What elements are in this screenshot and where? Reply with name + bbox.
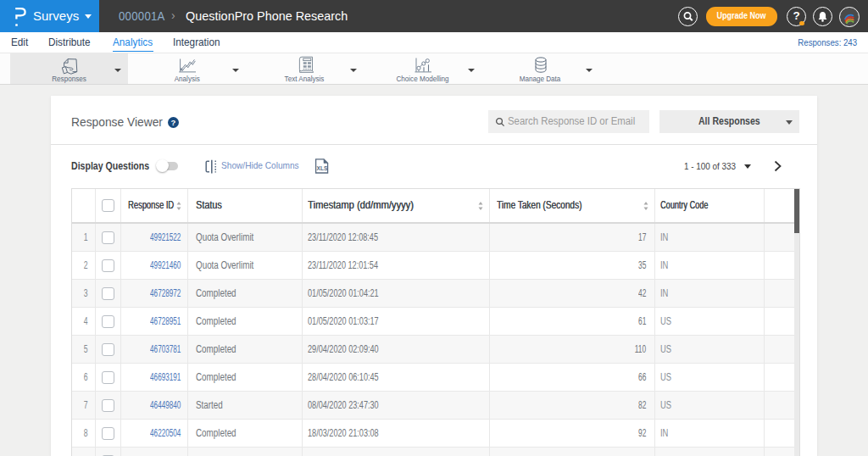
svg-text:XLS: XLS (316, 165, 327, 171)
